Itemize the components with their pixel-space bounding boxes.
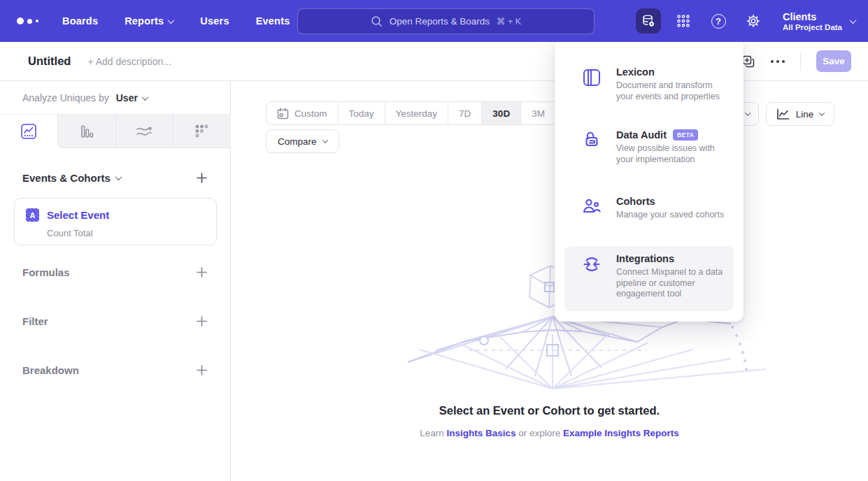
ellipsis-icon	[771, 60, 785, 63]
calendar-icon	[277, 108, 289, 120]
cohorts-icon	[582, 196, 602, 221]
tab-flow[interactable]	[115, 115, 173, 148]
menu-item-description: View possible issues with your implement…	[616, 143, 725, 165]
menu-item-title: Integrations	[616, 253, 725, 264]
search-shortcut: ⌘ + K	[497, 16, 521, 27]
top-navigation-bar: Boards Reports Users Events Open Reports…	[0, 0, 868, 42]
analyze-by-dropdown[interactable]: User	[116, 92, 148, 103]
data-management-button[interactable]	[636, 8, 661, 34]
chevron-down-icon	[745, 110, 750, 115]
event-aggregation[interactable]: Count Total	[47, 228, 216, 238]
breakdown-label: Breakdown	[22, 364, 79, 376]
more-options-button[interactable]	[771, 60, 785, 63]
menu-item-lexicon[interactable]: Lexicon Document and transform your even…	[564, 59, 734, 109]
database-gear-icon	[641, 13, 656, 29]
menu-item-description: Document and transform your events and p…	[616, 80, 725, 102]
line-chart-icon	[776, 108, 790, 120]
header-divider	[800, 52, 801, 71]
menu-item-data-audit[interactable]: Data AuditBETA View possible issues with…	[564, 122, 734, 172]
filter-section: Filter	[22, 315, 208, 327]
search-icon	[371, 15, 383, 27]
compare-dropdown[interactable]: Compare	[266, 129, 339, 153]
add-description-field[interactable]: + Add description...	[87, 56, 171, 67]
bar-chart-tab-icon	[78, 123, 95, 140]
select-event-button[interactable]: Select Event	[47, 209, 109, 221]
data-audit-icon	[582, 129, 602, 165]
menu-item-title: Lexicon	[616, 66, 725, 78]
event-card[interactable]: A Select Event Count Total	[14, 198, 217, 245]
report-canvas: Custom Today Yesterday 7D 30D 3M 6M Comp…	[231, 81, 868, 481]
gear-icon	[746, 13, 761, 29]
report-title[interactable]: Untitled	[28, 55, 71, 68]
mixpanel-insights-page: Boards Reports Users Events Open Reports…	[0, 0, 868, 481]
nav-item-users[interactable]: Users	[200, 15, 229, 27]
formulas-label: Formulas	[22, 266, 70, 278]
date-range-30d[interactable]: 30D	[481, 102, 520, 124]
tab-retention-grid[interactable]	[173, 115, 231, 148]
project-switcher[interactable]: Clients All Project Data	[783, 10, 855, 31]
date-range-3m[interactable]: 3M	[520, 102, 555, 124]
mixpanel-logo-icon[interactable]	[17, 17, 38, 24]
empty-state-subtitle: Learn Insights Basics or explore Example…	[231, 428, 868, 438]
data-tools-dropdown-menu: Lexicon Document and transform your even…	[555, 38, 744, 322]
header-actions: Save	[741, 50, 851, 72]
add-event-button[interactable]	[196, 172, 208, 184]
plus-icon	[196, 315, 208, 327]
menu-item-title: Data AuditBETA	[616, 129, 725, 141]
integrations-icon	[582, 253, 602, 300]
chevron-down-icon	[819, 110, 825, 115]
query-builder-sidebar: Analyze Uniques by User	[0, 81, 231, 481]
analyze-uniques-row: Analyze Uniques by User	[22, 92, 148, 103]
org-name: Clients	[783, 10, 842, 23]
insights-basics-link[interactable]: Insights Basics	[446, 428, 515, 438]
chart-type-dropdown[interactable]: Line	[766, 102, 834, 126]
date-range-7d[interactable]: 7D	[448, 102, 481, 124]
tab-bar-chart[interactable]	[57, 115, 115, 148]
date-range-today[interactable]: Today	[338, 102, 385, 124]
menu-item-title: Cohorts	[616, 196, 724, 207]
event-letter-badge: A	[26, 208, 39, 222]
help-icon: ?	[711, 14, 726, 29]
tab-insights-line[interactable]	[0, 115, 57, 148]
nav-right-group: ? Clients All Project Data	[636, 0, 855, 42]
chevron-down-icon	[322, 137, 327, 143]
date-range-yesterday[interactable]: Yesterday	[385, 102, 448, 124]
flow-tab-icon	[135, 123, 153, 140]
project-name: All Project Data	[783, 23, 842, 31]
menu-item-description: Connect Mixpanel to a data pipeline or c…	[616, 267, 725, 300]
save-button[interactable]: Save	[816, 50, 851, 72]
chevron-down-icon	[850, 17, 857, 24]
add-formula-button[interactable]	[196, 266, 208, 278]
chevron-down-icon	[141, 94, 148, 101]
nav-item-events[interactable]: Events	[256, 15, 290, 27]
grid-icon	[676, 13, 691, 29]
menu-item-description: Manage your saved cohorts	[616, 210, 724, 221]
menu-item-cohorts[interactable]: Cohorts Manage your saved cohorts	[564, 189, 734, 228]
add-breakdown-button[interactable]	[196, 364, 208, 376]
line-chart-tab-icon	[20, 123, 37, 140]
search-placeholder: Open Reports & Boards	[390, 16, 490, 27]
chevron-down-icon	[115, 173, 122, 180]
help-button[interactable]: ?	[706, 8, 731, 34]
date-range-custom[interactable]: Custom	[266, 102, 338, 124]
duplicate-button[interactable]	[741, 55, 755, 69]
example-insights-reports-link[interactable]: Example Insights Reports	[563, 428, 679, 438]
plus-icon	[196, 266, 208, 278]
nav-item-reports[interactable]: Reports	[124, 15, 173, 27]
search-input[interactable]: Open Reports & Boards ⌘ + K	[297, 8, 595, 34]
filter-label: Filter	[22, 315, 48, 327]
add-filter-button[interactable]	[196, 315, 208, 327]
nav-item-boards[interactable]: Boards	[62, 15, 98, 27]
events-cohorts-header: Events & Cohorts	[22, 172, 208, 184]
plus-icon	[196, 364, 208, 376]
lexicon-icon	[582, 66, 602, 102]
chevron-down-icon	[168, 17, 175, 24]
apps-grid-button[interactable]	[671, 8, 696, 34]
menu-item-integrations[interactable]: Integrations Connect Mixpanel to a data …	[564, 246, 734, 311]
settings-button[interactable]	[741, 8, 766, 34]
analyze-label: Analyze Uniques by	[22, 92, 109, 103]
chart-type-tabs	[0, 114, 231, 148]
date-range-picker: Custom Today Yesterday 7D 30D 3M 6M	[266, 101, 591, 125]
events-cohorts-toggle[interactable]: Events & Cohorts	[22, 172, 121, 184]
beta-badge: BETA	[673, 129, 699, 141]
